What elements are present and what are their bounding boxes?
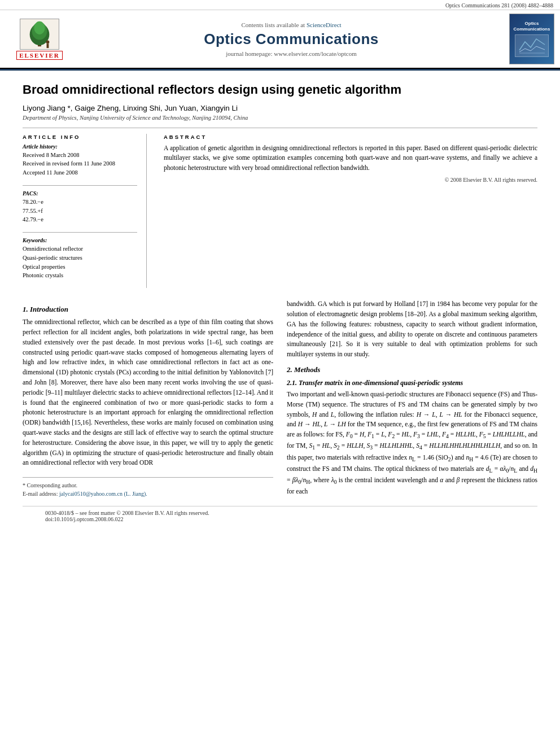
methods-sub-heading: 2.1. Transfer matrix in one-dimensional … bbox=[287, 379, 537, 387]
footnote-section: * Corresponding author. E-mail address: … bbox=[23, 477, 273, 498]
body-col-left: 1. Introduction The omnidirectional refl… bbox=[23, 299, 273, 500]
received-revised: Received in revised form 11 June 2008 bbox=[23, 159, 137, 168]
keyword-4: Photonic crystals bbox=[23, 271, 137, 280]
pacs-1: 78.20.−e bbox=[23, 198, 137, 207]
body-content: 1. Introduction The omnidirectional refl… bbox=[23, 299, 537, 500]
article-authors: Liyong Jiang *, Gaige Zheng, Linxing Shi… bbox=[23, 104, 537, 112]
journal-homepage: journal homepage: www.elsevier.com/locat… bbox=[73, 50, 509, 57]
keywords-block: Keywords: Omnidirectional reflector Quas… bbox=[23, 237, 137, 280]
history-block: Article history: Received 8 March 2008 R… bbox=[23, 143, 137, 177]
body-col-right: bandwidth. GA which is put forward by Ho… bbox=[287, 299, 537, 500]
svg-point-5 bbox=[46, 40, 50, 43]
intro-paragraph-1: The omnidirectional reflector, which can… bbox=[23, 317, 273, 468]
abstract-col: ABSTRACT A application of genetic algori… bbox=[164, 134, 537, 289]
elsevier-tree-image bbox=[20, 19, 59, 50]
divider-1 bbox=[23, 128, 537, 128]
article-info-left: ARTICLE INFO Article history: Received 8… bbox=[23, 134, 147, 289]
keyword-2: Quasi-periodic structures bbox=[23, 254, 137, 263]
keyword-1: Omnidirectional reflector bbox=[23, 244, 137, 254]
citation-text: Optics Communications 281 (2008) 4882–48… bbox=[445, 2, 553, 8]
article-info-label: ARTICLE INFO bbox=[23, 134, 137, 140]
article-info-section: ARTICLE INFO Article history: Received 8… bbox=[23, 134, 537, 289]
pacs-2: 77.55.+f bbox=[23, 207, 137, 216]
journal-center: Contents lists available at ScienceDirec… bbox=[73, 21, 509, 57]
svg-rect-6 bbox=[47, 43, 49, 48]
article-affiliation: Department of Physics, Nanjing Universit… bbox=[23, 115, 537, 121]
history-label: Article history: bbox=[23, 143, 137, 150]
keywords-label: Keywords: bbox=[23, 237, 137, 243]
divider-2 bbox=[23, 185, 137, 186]
svg-point-4 bbox=[34, 21, 45, 34]
abstract-text: A application of genetic algorithm in de… bbox=[164, 143, 537, 173]
footnote-email-link[interactable]: jalycai0510@yahoo.com.cn (L. Jiang). bbox=[59, 491, 147, 497]
pacs-block: PACS: 78.20.−e 77.55.+f 42.79.−e bbox=[23, 190, 137, 224]
pacs-3: 42.79.−e bbox=[23, 215, 137, 224]
journal-header: ELSEVIER Contents lists available at Sci… bbox=[0, 10, 560, 69]
accepted-date: Accepted 11 June 2008 bbox=[23, 168, 137, 177]
footnote-star: * Corresponding author. bbox=[23, 481, 273, 490]
citation-bar: Optics Communications 281 (2008) 4882–48… bbox=[0, 0, 560, 10]
divider-3 bbox=[23, 232, 137, 233]
pacs-label: PACS: bbox=[23, 190, 137, 196]
article-footer: 0030-4018/$ – see front matter © 2008 El… bbox=[23, 506, 537, 526]
journal-cover-image: OpticsCommunications bbox=[509, 14, 554, 64]
methods-heading: 2. Methods bbox=[287, 365, 537, 374]
article-title: Broad omnidirectional reflectors design … bbox=[23, 82, 537, 98]
journal-title: Optics Communications bbox=[73, 30, 509, 48]
sciencedirect-link: Contents lists available at ScienceDirec… bbox=[73, 21, 509, 28]
footer-doi: doi:10.1016/j.optcom.2008.06.022 bbox=[45, 516, 515, 522]
methods-paragraph-1: Two important and well-known quasi-perio… bbox=[287, 390, 537, 497]
keyword-3: Optical properties bbox=[23, 263, 137, 272]
journal-cover-title: OpticsCommunications bbox=[514, 21, 550, 33]
footer-issn: 0030-4018/$ – see front matter © 2008 El… bbox=[45, 510, 515, 516]
elsevier-logo: ELSEVIER bbox=[6, 19, 73, 60]
abstract-label: ABSTRACT bbox=[164, 134, 537, 140]
received-1: Received 8 March 2008 bbox=[23, 151, 137, 160]
footnote-email: E-mail address: jalycai0510@yahoo.com.cn… bbox=[23, 490, 273, 498]
copyright-text: © 2008 Elsevier B.V. All rights reserved… bbox=[164, 177, 537, 183]
elsevier-brand-text: ELSEVIER bbox=[16, 51, 63, 60]
intro-paragraph-2: bandwidth. GA which is put forward by Ho… bbox=[287, 299, 537, 360]
sciencedirect-anchor[interactable]: ScienceDirect bbox=[307, 21, 342, 28]
intro-heading: 1. Introduction bbox=[23, 305, 273, 314]
article-content: Broad omnidirectional reflectors design … bbox=[0, 71, 560, 537]
